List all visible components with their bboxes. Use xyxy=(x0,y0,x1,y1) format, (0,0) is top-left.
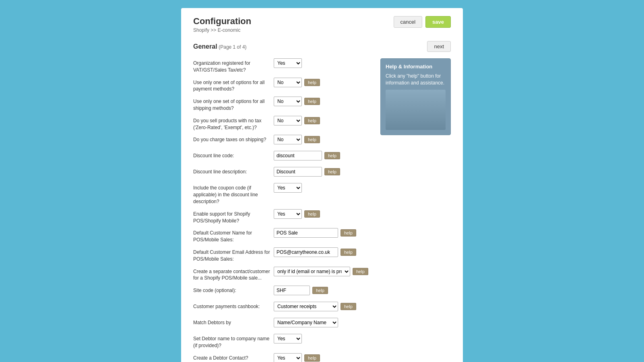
form-label: Use only one set of options for all ship… xyxy=(193,97,274,112)
help-button[interactable]: help xyxy=(353,268,368,275)
form-control-area: YesNohelp xyxy=(274,97,374,106)
form-label: Set Debtor name to company name (if prov… xyxy=(193,334,274,349)
content-area: Organization registered for VAT/GST/Sale… xyxy=(193,58,451,362)
section-title: General xyxy=(193,43,217,50)
help-box: Help & Information Click any "help" butt… xyxy=(380,58,451,135)
form-control-area: help xyxy=(274,286,374,295)
page-title: Configuration xyxy=(193,16,251,27)
form-row: Organization registered for VAT/GST/Sale… xyxy=(193,58,374,74)
form-control-area: YesNohelp xyxy=(274,116,374,125)
form-select[interactable]: YesNo xyxy=(274,97,302,106)
form-select[interactable]: YesNo xyxy=(274,135,302,144)
form-select[interactable]: Name/Company NameEmailOther xyxy=(274,318,338,327)
form-input[interactable] xyxy=(274,228,338,238)
form-section: Organization registered for VAT/GST/Sale… xyxy=(193,58,374,362)
form-input[interactable] xyxy=(274,151,322,160)
form-row: Use only one set of options for all paym… xyxy=(193,78,374,93)
section-header: General (Page 1 of 4) next xyxy=(193,41,451,52)
form-row: Set Debtor name to company name (if prov… xyxy=(193,334,374,349)
help-image xyxy=(386,90,446,130)
form-label: Default Customer Name for POS/Mobile Sal… xyxy=(193,228,274,243)
form-label: Do you charge taxes on shipping? xyxy=(193,135,274,143)
help-button[interactable]: help xyxy=(312,287,328,294)
form-row: Create a separate contact/customer for a… xyxy=(193,267,374,282)
form-select[interactable]: YesNo xyxy=(274,353,302,362)
form-input[interactable] xyxy=(274,167,322,177)
form-row: Discount line code:help xyxy=(193,151,374,163)
form-row: Do you sell products with no tax ('Zero-… xyxy=(193,116,374,131)
form-row: Enable support for Shopify POS/Shopify M… xyxy=(193,209,374,224)
help-title: Help & Information xyxy=(386,64,446,70)
help-button[interactable]: help xyxy=(341,229,356,237)
help-button[interactable]: help xyxy=(304,117,320,124)
form-row: Do you charge taxes on shipping?YesNohel… xyxy=(193,135,374,147)
page-wrapper: Configuration Shopify >> E-conomic cance… xyxy=(0,0,644,362)
form-control-area: help xyxy=(274,151,374,160)
form-control-area: YesNohelp xyxy=(274,353,374,362)
help-button[interactable]: help xyxy=(304,136,320,143)
help-button[interactable]: help xyxy=(304,98,320,105)
form-label: Create a separate contact/customer for a… xyxy=(193,267,274,282)
form-control-area: help xyxy=(274,247,374,257)
form-control-area: Customer receiptsOtherhelp xyxy=(274,302,374,311)
breadcrumb: Shopify >> E-conomic xyxy=(193,27,251,33)
form-row: Customer payments cashbook:Customer rece… xyxy=(193,302,374,314)
form-label: Customer payments cashbook: xyxy=(193,302,274,310)
header-title: Configuration Shopify >> E-conomic xyxy=(193,16,251,33)
form-row: Site code (optional):help xyxy=(193,286,374,298)
help-button[interactable]: help xyxy=(324,152,340,159)
form-select[interactable]: YesNo xyxy=(274,116,302,125)
cancel-button[interactable]: cancel xyxy=(394,16,423,28)
form-row: Include the coupon code (if applicable) … xyxy=(193,183,374,205)
form-control-area: YesNo xyxy=(274,183,374,193)
form-label: Include the coupon code (if applicable) … xyxy=(193,183,274,205)
header-buttons: cancel save xyxy=(394,16,451,28)
next-button[interactable]: next xyxy=(427,41,451,52)
help-button[interactable]: help xyxy=(324,168,340,175)
form-label: Organization registered for VAT/GST/Sale… xyxy=(193,58,274,74)
page-info: (Page 1 of 4) xyxy=(219,44,246,50)
form-label: Site code (optional): xyxy=(193,286,274,294)
form-control-area: YesNohelp xyxy=(274,78,374,87)
form-control-area: only if id (email or name) is providedal… xyxy=(274,267,374,276)
form-control-area: YesNo xyxy=(274,58,374,68)
form-control-area: YesNohelp xyxy=(274,209,374,219)
form-row: Create a Debtor Contact?YesNohelp xyxy=(193,353,374,362)
form-control-area: Name/Company NameEmailOther xyxy=(274,318,374,327)
form-select[interactable]: YesNo xyxy=(274,334,302,343)
form-select[interactable]: YesNo xyxy=(274,58,302,68)
form-label: Use only one set of options for all paym… xyxy=(193,78,274,93)
form-row: Use only one set of options for all ship… xyxy=(193,97,374,112)
form-select[interactable]: Customer receiptsOther xyxy=(274,302,338,311)
form-row: Discount line description:help xyxy=(193,167,374,179)
form-input[interactable] xyxy=(274,286,310,295)
form-control-area: help xyxy=(274,167,374,177)
main-container: Configuration Shopify >> E-conomic cance… xyxy=(181,8,463,362)
help-button[interactable]: help xyxy=(304,210,320,218)
form-control-area: YesNo xyxy=(274,334,374,343)
form-label: Match Debtors by xyxy=(193,318,274,326)
help-description: Click any "help" button for information … xyxy=(386,73,446,86)
form-select[interactable]: YesNo xyxy=(274,78,302,87)
form-select[interactable]: YesNo xyxy=(274,183,302,193)
help-button[interactable]: help xyxy=(341,303,356,310)
form-label: Enable support for Shopify POS/Shopify M… xyxy=(193,209,274,224)
form-select[interactable]: YesNo xyxy=(274,209,302,219)
form-label: Discount line description: xyxy=(193,167,274,175)
form-input[interactable] xyxy=(274,247,338,257)
form-row: Match Debtors byName/Company NameEmailOt… xyxy=(193,318,374,330)
form-row: Default Customer Name for POS/Mobile Sal… xyxy=(193,228,374,243)
form-control-area: YesNohelp xyxy=(274,135,374,144)
help-section: Help & Information Click any "help" butt… xyxy=(380,58,451,362)
form-control-area: help xyxy=(274,228,374,238)
form-label: Do you sell products with no tax ('Zero-… xyxy=(193,116,274,131)
form-select[interactable]: only if id (email or name) is providedal… xyxy=(274,267,350,276)
form-label: Create a Debtor Contact? xyxy=(193,353,274,362)
help-button[interactable]: help xyxy=(304,79,320,86)
save-button[interactable]: save xyxy=(425,16,451,28)
form-row: Default Customer Email Address for POS/M… xyxy=(193,247,374,263)
form-label: Discount line code: xyxy=(193,151,274,159)
help-button[interactable]: help xyxy=(341,249,356,256)
help-button[interactable]: help xyxy=(304,354,320,362)
header: Configuration Shopify >> E-conomic cance… xyxy=(193,16,451,33)
